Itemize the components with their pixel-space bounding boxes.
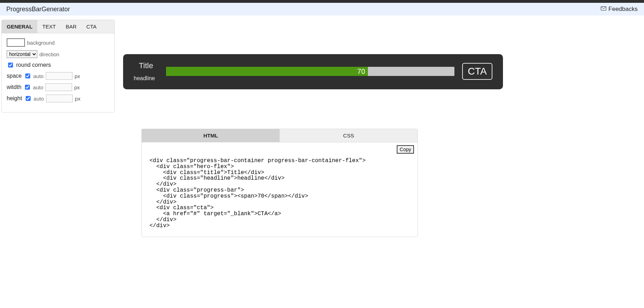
direction-select[interactable]: horizontal — [7, 50, 37, 58]
settings-body: background horizontal direction round co… — [2, 33, 114, 112]
copy-button[interactable]: Copy — [397, 145, 414, 154]
height-input[interactable] — [46, 95, 73, 102]
settings-tabs: GENERAL TEXT BAR CTA — [2, 20, 114, 33]
app-title: ProgressBarGenerator — [6, 6, 70, 13]
preview-cta-button[interactable]: CTA — [462, 63, 492, 80]
preview-title: Title — [134, 61, 158, 70]
app-header: ProgressBarGenerator Feedbacks — [0, 3, 644, 15]
preview-progress-fill: 70 — [166, 67, 368, 76]
space-input[interactable] — [46, 72, 72, 80]
width-input[interactable] — [45, 83, 72, 91]
height-label: height — [7, 95, 22, 102]
preview-progress-bar: 70 — [166, 67, 454, 76]
settings-panel: GENERAL TEXT BAR CTA background horizont… — [1, 20, 115, 113]
round-corners-label: round corners — [16, 62, 51, 68]
preview-headline: headline — [134, 75, 158, 82]
space-auto-label: auto — [33, 73, 44, 79]
height-auto-label: auto — [34, 96, 44, 102]
tab-cta[interactable]: CTA — [82, 20, 102, 33]
progress-bar-preview: Title headline 70 CTA — [123, 54, 503, 89]
output-tabs: HTML CSS — [142, 129, 417, 142]
tab-text[interactable]: TEXT — [37, 20, 60, 33]
background-label: background — [27, 40, 55, 46]
background-color-picker[interactable] — [7, 38, 25, 47]
height-auto-checkbox[interactable] — [26, 96, 31, 101]
output-panel: HTML CSS Copy <div class="progress-bar-c… — [141, 129, 418, 237]
width-unit: px — [74, 84, 80, 90]
height-unit: px — [75, 96, 81, 102]
output-code[interactable]: <div class="progress-bar-container progr… — [149, 158, 410, 229]
tab-bar[interactable]: BAR — [61, 20, 82, 33]
output-tab-html[interactable]: HTML — [142, 129, 280, 142]
round-corners-checkbox[interactable] — [8, 63, 13, 68]
space-auto-checkbox[interactable] — [25, 73, 30, 78]
tab-general[interactable]: GENERAL — [2, 20, 37, 33]
preview-hero: Title headline — [134, 61, 158, 82]
width-label: witdth — [7, 84, 21, 90]
window-top-strip — [0, 0, 644, 3]
feedback-link[interactable]: Feedbacks — [601, 6, 638, 13]
width-auto-checkbox[interactable] — [25, 85, 30, 90]
space-unit: px — [75, 73, 80, 79]
space-label: space — [7, 73, 22, 79]
direction-label: direction — [39, 51, 59, 57]
feedback-label: Feedbacks — [608, 6, 638, 13]
output-tab-css[interactable]: CSS — [280, 129, 417, 142]
width-auto-label: auto — [33, 84, 43, 90]
mail-icon — [601, 6, 606, 13]
